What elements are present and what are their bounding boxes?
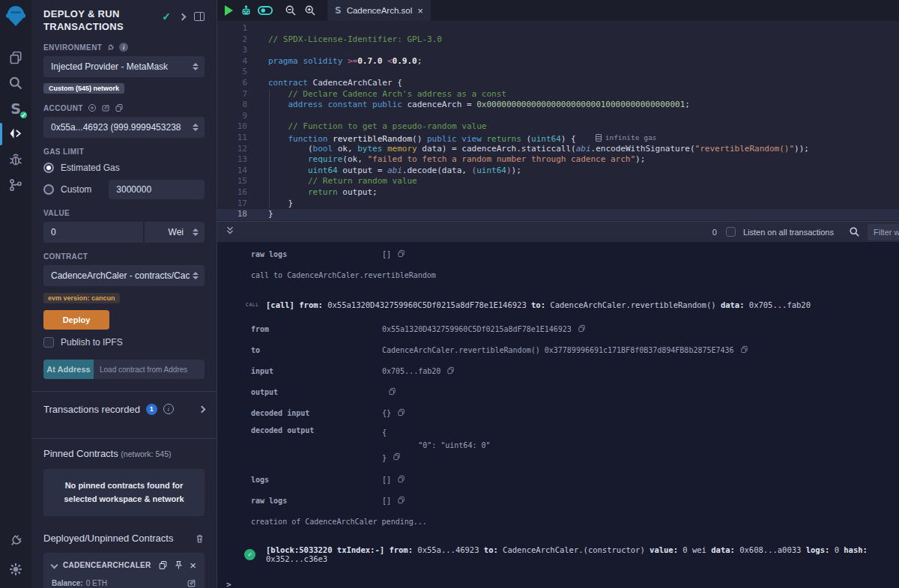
publish-ipfs-checkbox[interactable]: [43, 337, 54, 348]
environment-select[interactable]: Injected Provider - MetaMask: [43, 56, 205, 77]
code-line[interactable]: 18}: [217, 209, 899, 220]
copy-icon[interactable]: [740, 345, 748, 355]
terminal-kv-label: output: [251, 388, 382, 396]
copy-icon[interactable]: [578, 324, 586, 334]
search-icon[interactable]: [0, 70, 31, 96]
environment-label: ENVIRONMENT i: [43, 43, 205, 52]
terminal-output[interactable]: raw logs[]call to CadenceArchCaler.rever…: [217, 242, 899, 588]
code-line[interactable]: 2// SPDX-License-Identifier: GPL-3.0: [217, 34, 899, 46]
tab-cadencearch-sol[interactable]: S CadenceArch.sol ×: [327, 0, 431, 21]
copy-icon[interactable]: [388, 387, 396, 397]
code-line[interactable]: 16 return output;: [217, 187, 899, 198]
sign-message-icon[interactable]: [101, 103, 110, 112]
copy-icon[interactable]: [397, 475, 405, 485]
code-line[interactable]: 14 uint64 output = abi.decode(data, (uin…: [217, 166, 899, 177]
terminal-block-row[interactable]: ✓[block:5033220 txIndex:-] from: 0x55a..…: [217, 541, 899, 568]
line-number: 6: [217, 78, 259, 89]
terminal-kv-label: from: [251, 325, 382, 333]
code-line[interactable]: 13 require(ok, "failed to fetch a random…: [217, 154, 899, 166]
git-icon[interactable]: [0, 172, 31, 198]
terminal-filter-input[interactable]: [868, 224, 899, 240]
code-line[interactable]: 8 address constant public cadenceArch = …: [217, 100, 899, 111]
terminal-kv-value: {}: [382, 409, 391, 417]
clear-deployed-icon[interactable]: [195, 533, 205, 544]
settings-gear-icon[interactable]: [0, 557, 31, 582]
panel-forward-icon[interactable]: [179, 13, 187, 20]
code-editor[interactable]: 12// SPDX-License-Identifier: GPL-3.034p…: [217, 21, 899, 221]
terminal-kv-row: decoded input{}: [217, 402, 899, 423]
contract-select[interactable]: CadenceArchCaler - contracts/Cac: [43, 265, 205, 286]
pin-contract-icon[interactable]: [174, 560, 184, 570]
code-text: }: [259, 209, 273, 220]
code-text: // Return random value: [259, 176, 417, 187]
terminal-kv-value: CadenceArchCaler.revertibleRandom() 0x37…: [382, 346, 734, 354]
zoom-out-icon[interactable]: [281, 0, 300, 21]
code-text: [259, 45, 268, 56]
ai-copilot-icon[interactable]: [236, 0, 255, 21]
add-account-icon[interactable]: [88, 103, 97, 112]
copy-account-icon[interactable]: [115, 103, 124, 112]
deploy-run-icon[interactable]: [0, 121, 31, 147]
close-tab-icon[interactable]: ×: [417, 6, 423, 16]
copy-icon[interactable]: [447, 366, 455, 376]
account-select[interactable]: 0x55a...46923 (999.9999453238: [43, 117, 205, 138]
value-unit-select[interactable]: Wei: [145, 222, 205, 243]
at-address-input[interactable]: [94, 360, 205, 379]
collapse-contract-icon[interactable]: [51, 562, 58, 569]
code-line[interactable]: 5: [217, 67, 899, 78]
code-line[interactable]: 10 // Function to get a pseudo-random va…: [217, 121, 899, 133]
code-line[interactable]: 15 // Return random value: [217, 176, 899, 187]
pending-tx-count: 0: [712, 228, 717, 237]
custom-gas-input[interactable]: 3000000: [109, 180, 205, 199]
deployed-contracts-title: Deployed/Unpinned Contracts: [43, 533, 173, 544]
copilot-toggle-icon[interactable]: [255, 0, 275, 21]
listen-all-checkbox[interactable]: [726, 227, 736, 237]
deploy-button[interactable]: Deploy: [43, 310, 109, 330]
code-line[interactable]: 9: [217, 111, 899, 122]
file-explorer-icon[interactable]: [0, 45, 31, 70]
code-text: }: [259, 198, 293, 210]
transactions-recorded-row[interactable]: Transactions recorded 1 i: [43, 392, 205, 426]
terminal-kv-value: []: [382, 250, 391, 258]
terminal-search-icon[interactable]: [849, 226, 860, 237]
code-line[interactable]: 3: [217, 45, 899, 56]
environment-info-icon[interactable]: i: [119, 43, 128, 52]
code-line[interactable]: 11 function revertibleRandom() public vi…: [217, 133, 899, 144]
code-line[interactable]: 7 // Declare Cadence Arch's address as a…: [217, 89, 899, 100]
at-address-button[interactable]: At Address: [43, 360, 94, 379]
copy-icon[interactable]: [397, 496, 405, 506]
plugin-manager-icon[interactable]: [0, 528, 31, 554]
terminal-call-row[interactable]: CALL[call] from: 0x55a1320D432759960C5Df…: [217, 291, 899, 318]
custom-gas-radio[interactable]: [43, 184, 54, 195]
terminal-collapse-icon[interactable]: [225, 225, 235, 239]
zoom-in-icon[interactable]: [300, 0, 320, 21]
solidity-compiler-icon[interactable]: S ✓: [0, 96, 31, 121]
line-number: 10: [217, 121, 259, 133]
transactions-expand-icon[interactable]: [199, 405, 206, 413]
copy-icon[interactable]: [397, 249, 405, 259]
code-line[interactable]: 1: [217, 23, 899, 34]
estimated-gas-radio[interactable]: [43, 163, 54, 173]
terminal-text-row: call to CadenceArchCaler.revertibleRando…: [217, 264, 899, 285]
terminal-prompt[interactable]: >: [217, 580, 899, 588]
run-script-icon[interactable]: [225, 5, 233, 16]
copy-icon[interactable]: [393, 452, 401, 464]
pin-panel-icon[interactable]: [194, 12, 205, 21]
value-input[interactable]: 0: [43, 222, 143, 243]
transactions-info-icon[interactable]: i: [163, 404, 174, 414]
line-number: 11: [217, 133, 259, 144]
edit-balance-icon[interactable]: [187, 578, 196, 588]
remix-logo-icon[interactable]: [4, 4, 27, 31]
code-line[interactable]: 12 (bool ok, bytes memory data) = cadenc…: [217, 144, 899, 155]
code-line[interactable]: 4pragma solidity >=0.7.0 <0.9.0;: [217, 56, 899, 67]
debugger-icon[interactable]: [0, 147, 31, 172]
deploy-run-panel: DEPLOY & RUN TRANSACTIONS ✓ ENVIRONMENT …: [31, 0, 217, 588]
copy-icon[interactable]: [397, 408, 405, 418]
remove-contract-icon[interactable]: ×: [190, 560, 196, 571]
gas-limit-label: GAS LIMIT: [43, 148, 205, 156]
code-line[interactable]: 6contract CadenceArchCaler {: [217, 78, 899, 89]
code-line[interactable]: 17 }: [217, 198, 899, 210]
line-number: 3: [217, 45, 259, 56]
copy-address-icon[interactable]: [158, 560, 168, 570]
custom-gas-label: Custom: [61, 184, 91, 195]
